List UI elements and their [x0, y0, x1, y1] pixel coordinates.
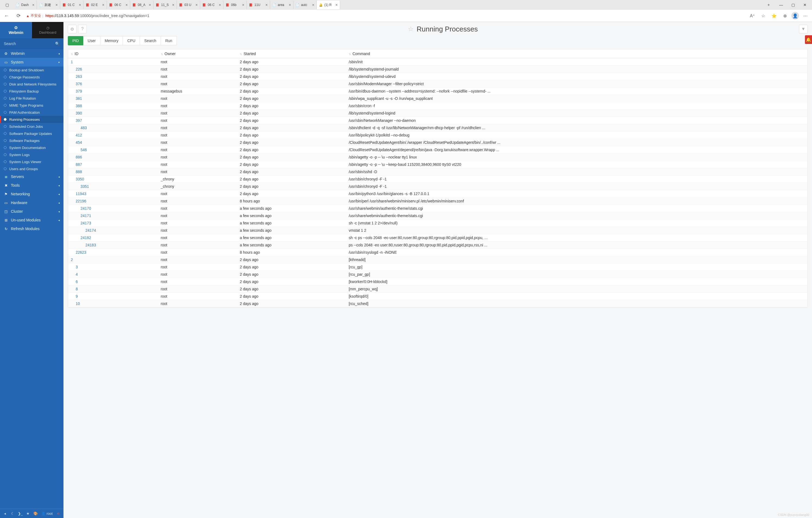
pid-link[interactable]: 397	[71, 118, 82, 122]
sidebar-item[interactable]: Running Processes	[0, 116, 63, 123]
sidebar-item[interactable]: Software Packages	[0, 137, 63, 144]
browser-tab[interactable]: 📕11U×	[247, 1, 270, 9]
pid-link[interactable]: 226	[71, 67, 82, 71]
reload-button[interactable]: ⟳	[14, 11, 23, 20]
sidebar-item[interactable]: System Logs	[0, 151, 63, 158]
close-icon[interactable]: ×	[56, 3, 58, 7]
pid-link[interactable]: 24170	[71, 206, 91, 211]
sidebar-item[interactable]: Disk and Network Filesystems	[0, 81, 63, 88]
browser-tab[interactable]: 📕02 E×	[84, 1, 107, 9]
browser-tab[interactable]: 📕01 C×	[60, 1, 84, 9]
filter-button[interactable]: ▼	[799, 25, 808, 33]
browser-tab[interactable]: 📕06b×	[224, 1, 247, 9]
close-icon[interactable]: ×	[242, 3, 244, 7]
more-icon[interactable]: ⋯	[801, 11, 810, 20]
close-icon[interactable]: ×	[172, 3, 174, 7]
close-icon[interactable]: ×	[265, 3, 268, 7]
sidebar-category[interactable]: ▭Hardware◂	[0, 198, 63, 207]
back-button[interactable]: ←	[2, 11, 11, 20]
close-icon[interactable]: ×	[149, 3, 151, 7]
close-icon[interactable]: ×	[312, 3, 314, 7]
tab-overview-button[interactable]: ▢	[1, 1, 13, 9]
pid-link[interactable]: 24182	[71, 236, 91, 240]
favorites-button[interactable]: ★	[24, 510, 31, 517]
pid-link[interactable]: 887	[71, 162, 82, 167]
sidebar-item[interactable]: Software Package Updates	[0, 130, 63, 137]
process-tab[interactable]: Run	[161, 36, 177, 45]
theme-button[interactable]: 🎨	[32, 510, 39, 517]
process-tab[interactable]: CPU	[123, 36, 140, 45]
browser-tab[interactable]: 📄area×	[270, 1, 293, 9]
sidebar-item[interactable]: Log File Rotation	[0, 95, 63, 102]
column-header[interactable]: ⇅Started	[237, 49, 346, 58]
close-icon[interactable]: ×	[219, 3, 221, 7]
sidebar-category[interactable]: ⚙Webmin◂	[0, 49, 63, 58]
logout-button[interactable]: ⎋	[55, 510, 62, 517]
pid-link[interactable]: 376	[71, 82, 82, 86]
close-icon[interactable]: ×	[102, 3, 105, 7]
process-tab[interactable]: Search	[140, 36, 161, 45]
sidebar-category[interactable]: ≣Servers◂	[0, 172, 63, 181]
close-icon[interactable]: ×	[196, 3, 198, 7]
close-icon[interactable]: ×	[32, 3, 34, 7]
browser-tab[interactable]: 🔔(1) R×	[317, 1, 340, 9]
sidebar-item[interactable]: Change Passwords	[0, 74, 63, 81]
close-icon[interactable]: ×	[125, 3, 128, 7]
column-header[interactable]: ⇅ID	[68, 49, 158, 58]
pid-link[interactable]: 10	[71, 301, 80, 306]
sidebar-item[interactable]: Users and Groups	[0, 165, 63, 172]
search-icon[interactable]: 🔍	[55, 42, 60, 46]
help-button[interactable]: ?	[78, 25, 87, 33]
search-input[interactable]	[4, 42, 55, 46]
pid-link[interactable]: 3351	[71, 184, 89, 189]
pid-link[interactable]: 381	[71, 96, 82, 101]
minimize-button[interactable]: —	[775, 1, 787, 9]
collections-icon[interactable]: ⊕	[781, 11, 789, 20]
favorite-icon[interactable]: ☆	[759, 11, 767, 20]
pid-link[interactable]: 22196	[71, 199, 86, 203]
column-header[interactable]: ⇅Owner	[158, 49, 237, 58]
pid-link[interactable]: 379	[71, 89, 82, 93]
pid-link[interactable]: 24183	[71, 243, 96, 247]
pid-link[interactable]: 888	[71, 170, 82, 174]
close-icon[interactable]: ×	[336, 3, 338, 7]
browser-tab[interactable]: 📄autc×	[293, 1, 317, 9]
process-tab[interactable]: Memory	[100, 36, 123, 45]
pid-link[interactable]: 6	[71, 279, 78, 284]
pid-link[interactable]: 4	[71, 272, 78, 276]
sidebar-item[interactable]: System Logs Viewer	[0, 158, 63, 165]
pid-link[interactable]: 24174	[71, 228, 96, 233]
browser-tab[interactable]: 📕03 U×	[177, 1, 200, 9]
pid-link[interactable]: 390	[71, 111, 82, 115]
pid-link[interactable]: 3350	[71, 177, 84, 181]
read-aloud-icon[interactable]: A⁺	[748, 11, 757, 20]
pid-link[interactable]: 8	[71, 287, 78, 291]
close-window-button[interactable]: ✕	[799, 1, 811, 9]
pid-link[interactable]: 11943	[71, 192, 86, 196]
pid-link[interactable]: 24173	[71, 221, 91, 225]
pid-link[interactable]: 388	[71, 104, 82, 108]
column-header[interactable]: ⇅Command	[346, 49, 807, 58]
pid-link[interactable]: 546	[71, 147, 87, 152]
star-icon[interactable]: ☆	[408, 25, 414, 33]
browser-tab[interactable]: 📄Dash×	[13, 1, 37, 9]
sidebar-category[interactable]: ✖Tools◂	[0, 181, 63, 190]
sidebar-item[interactable]: MIME Type Programs	[0, 102, 63, 109]
night-mode-button[interactable]: ☾	[9, 510, 16, 517]
pid-link[interactable]: 483	[71, 126, 87, 130]
new-tab-button[interactable]: ＋	[763, 1, 775, 9]
pid-link[interactable]: 454	[71, 140, 82, 145]
browser-tab[interactable]: 📕06 C×	[107, 1, 130, 9]
pid-link[interactable]: 1	[71, 60, 73, 64]
browser-tab[interactable]: 📕08_A×	[130, 1, 153, 9]
user-button[interactable]: 👤 root	[39, 512, 54, 516]
process-tab[interactable]: PID	[68, 36, 83, 45]
pid-link[interactable]: 3	[71, 265, 78, 269]
pid-link[interactable]: 2	[71, 257, 73, 262]
pid-link[interactable]: 22623	[71, 250, 86, 254]
maximize-button[interactable]: ▢	[787, 1, 799, 9]
sidebar-item[interactable]: System Documentation	[0, 144, 63, 151]
sidebar-item[interactable]: PAM Authentication	[0, 109, 63, 116]
process-tab[interactable]: User	[83, 36, 100, 45]
sidebar-item[interactable]: Filesystem Backup	[0, 88, 63, 95]
